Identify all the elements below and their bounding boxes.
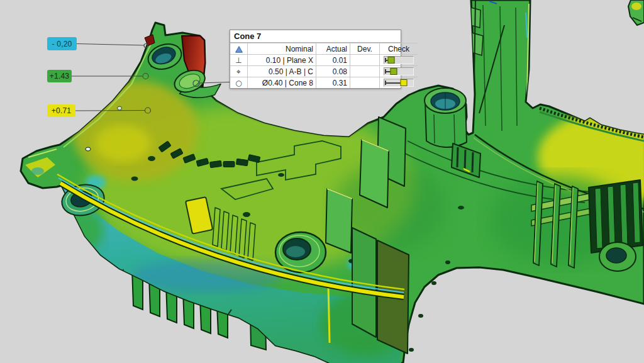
table-row-circularity: ○ Ø0.40 | Cone 8 0.31 bbox=[230, 77, 418, 89]
position-icon: ⌖ bbox=[230, 66, 248, 77]
table-row-perpendicularity: ⊥ 0.10 | Plane X 0.01 bbox=[230, 55, 418, 66]
check-cell bbox=[380, 77, 418, 89]
dev-value bbox=[350, 66, 380, 77]
column-header-check: Check bbox=[380, 43, 418, 55]
check-bar bbox=[384, 79, 414, 87]
boss-right bbox=[599, 242, 636, 271]
table-row-position: ⌖ 0.50 | A-B | C 0.08 bbox=[230, 66, 418, 77]
boss-top-right bbox=[425, 88, 467, 147]
deviation-label-cyan[interactable]: - 0,20 bbox=[47, 37, 77, 50]
column-header-actual: Actual bbox=[316, 43, 350, 55]
dev-value bbox=[350, 55, 380, 66]
measurement-callout-table[interactable]: Cone 7 Nominal Actual Dev. Check ⊥ 0.10 … bbox=[230, 30, 401, 89]
actual-value: 0.01 bbox=[316, 55, 350, 66]
circularity-icon: ○ bbox=[230, 77, 248, 89]
dev-value bbox=[350, 77, 380, 89]
check-cell bbox=[380, 55, 418, 66]
corner-fragment bbox=[628, 0, 644, 25]
check-bar bbox=[384, 56, 414, 64]
inspection-3d-viewport[interactable]: - 0,20 +1.43 +0.71 Cone 7 Nominal Actual… bbox=[0, 0, 644, 363]
actual-value: 0.08 bbox=[316, 66, 350, 77]
nominal-value: 0.50 | A-B | C bbox=[248, 66, 316, 77]
column-header-nominal: Nominal bbox=[248, 43, 316, 55]
datum-triangle-icon bbox=[230, 43, 248, 55]
nominal-value: 0.10 | Plane X bbox=[248, 55, 316, 66]
check-bar bbox=[384, 67, 414, 75]
callout-title: Cone 7 bbox=[230, 30, 401, 43]
perpendicularity-icon: ⊥ bbox=[230, 55, 248, 66]
check-cell bbox=[380, 66, 418, 77]
deviation-label-green[interactable]: +1.43 bbox=[47, 70, 72, 82]
deviation-label-yellow[interactable]: +0.71 bbox=[47, 104, 75, 117]
column-header-dev: Dev. bbox=[350, 43, 380, 55]
callout-header-row: Nominal Actual Dev. Check bbox=[230, 43, 418, 55]
nominal-value: Ø0.40 | Cone 8 bbox=[248, 77, 316, 89]
actual-value: 0.31 bbox=[316, 77, 350, 89]
